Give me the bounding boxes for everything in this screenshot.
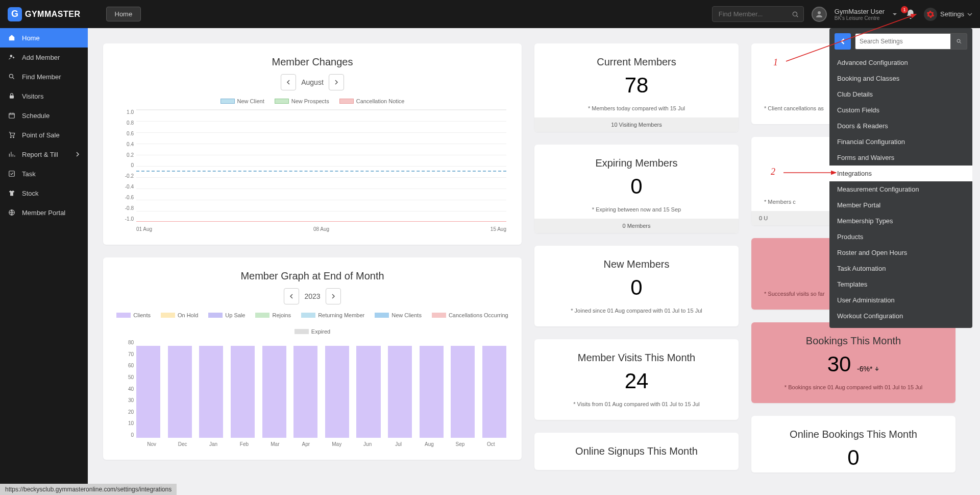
chevron-right-icon xyxy=(75,152,80,157)
current-members-card[interactable]: Current Members 78 * Members today compa… xyxy=(534,43,739,132)
sidebar-item-label: Add Member xyxy=(22,54,60,61)
dropdown-item-user-administration[interactable]: User Administration xyxy=(829,292,972,308)
sidebar-item-report-till[interactable]: Report & Till xyxy=(0,145,88,164)
avatar[interactable] xyxy=(812,7,827,22)
dropdown-item-club-details[interactable]: Club Details xyxy=(829,86,972,102)
find-member-search xyxy=(712,6,804,22)
svg-point-6 xyxy=(10,137,11,138)
sidebar: Home Add Member Find Member Visitors Sch… xyxy=(0,28,88,495)
logo[interactable]: G GYMMASTER xyxy=(8,7,81,21)
member-graph-card: Member Graph at End of Month 2023 Client… xyxy=(103,257,522,460)
sidebar-item-find-member[interactable]: Find Member xyxy=(0,67,88,86)
check-icon xyxy=(8,170,16,178)
sidebar-item-label: Find Member xyxy=(22,73,61,81)
home-button[interactable]: Home xyxy=(106,7,141,21)
stat-sub: * Joined since 01 Aug compared with 01 J… xyxy=(547,308,726,314)
svg-rect-5 xyxy=(9,113,15,118)
dropdown-item-integrations[interactable]: Integrations xyxy=(829,166,972,181)
sidebar-item-point-of-sale[interactable]: Point of Sale xyxy=(0,125,88,145)
next-month-button[interactable] xyxy=(329,74,344,90)
sidebar-item-label: Member Portal xyxy=(22,209,65,217)
dropdown-item-templates[interactable]: Templates xyxy=(829,276,972,292)
stat-value: 0 xyxy=(547,275,726,300)
card-title: Online Signups This Month xyxy=(547,445,726,457)
stat-value: 24 xyxy=(547,369,726,393)
stat-footer: 0 Members xyxy=(534,219,739,233)
sidebar-item-task[interactable]: Task xyxy=(0,164,88,183)
dropdown-item-doors-&-readers[interactable]: Doors & Readers xyxy=(829,118,972,134)
chart-legend: New Client New Prospects Cancellation No… xyxy=(116,98,509,104)
member-visits-card[interactable]: Member Visits This Month 24 * Visits fro… xyxy=(534,339,739,420)
online-bookings-card[interactable]: Online Bookings This Month 0 xyxy=(751,416,955,473)
notifications[interactable]: 1 xyxy=(905,9,916,20)
search-icon xyxy=(8,73,16,81)
dropdown-item-custom-fields[interactable]: Custom Fields xyxy=(829,102,972,118)
sidebar-item-stock[interactable]: Stock xyxy=(0,183,88,203)
dropdown-item-financial-configuration[interactable]: Financial Configuration xyxy=(829,134,972,150)
dropdown-item-roster-and-open-hours[interactable]: Roster and Open Hours xyxy=(829,245,972,261)
svg-point-10 xyxy=(957,39,960,42)
bookings-card[interactable]: Bookings This Month 30 -6%* * Bookings s… xyxy=(751,322,955,403)
card-title: Member Graph at End of Month xyxy=(116,270,509,282)
dropdown-item-workout-configuration[interactable]: Workout Configuration xyxy=(829,308,972,324)
settings-label: Settings xyxy=(940,10,964,18)
sidebar-item-schedule[interactable]: Schedule xyxy=(0,106,88,125)
settings-search-input[interactable] xyxy=(855,33,951,50)
next-year-button[interactable] xyxy=(326,288,341,304)
dropdown-item-products[interactable]: Products xyxy=(829,229,972,245)
svg-point-1 xyxy=(818,11,821,14)
sidebar-item-member-portal[interactable]: Member Portal xyxy=(0,203,88,222)
user-info[interactable]: GymMaster User BK's Leisure Centre xyxy=(835,8,885,21)
member-graph-chart: 80 70 60 50 40 30 20 10 0 Nov D xyxy=(116,340,509,447)
settings-dropdown: Advanced ConfigurationBooking and Classe… xyxy=(829,28,972,328)
stat-sub: * Members today compared with 15 Jul xyxy=(547,105,726,111)
prev-month-button[interactable] xyxy=(281,74,296,90)
find-member-input[interactable] xyxy=(712,6,804,22)
settings-search-button[interactable] xyxy=(951,33,967,50)
home-icon xyxy=(8,34,16,42)
member-changes-card: Member Changes August New Client New Pro… xyxy=(103,43,522,245)
year-label: 2023 xyxy=(304,292,320,300)
user-sub: BK's Leisure Centre xyxy=(835,15,885,21)
user-plus-icon xyxy=(8,53,16,61)
expiring-members-card[interactable]: Expiring Members 0 * Expiring between no… xyxy=(534,145,739,233)
stat-sub: * Expiring between now and 15 Sep xyxy=(547,206,726,213)
card-title: New Members xyxy=(547,258,726,270)
dropdown-item-task-automation[interactable]: Task Automation xyxy=(829,261,972,276)
sidebar-item-label: Point of Sale xyxy=(22,131,60,139)
prev-year-button[interactable] xyxy=(284,288,299,304)
sidebar-item-label: Schedule xyxy=(22,112,50,120)
logo-text: GYMMASTER xyxy=(25,10,81,19)
stat-sub: * Bookings since 01 Aug compared with 01… xyxy=(764,384,943,390)
online-signups-card[interactable]: Online Signups This Month xyxy=(534,433,739,470)
search-icon[interactable] xyxy=(792,11,799,18)
svg-point-0 xyxy=(793,12,797,16)
dropdown-item-booking-and-classes[interactable]: Booking and Classes xyxy=(829,70,972,86)
dropdown-item-forms-and-waivers[interactable]: Forms and Waivers xyxy=(829,150,972,166)
shirt-icon xyxy=(8,189,16,197)
member-changes-chart: 1.0 0.8 0.6 0.4 0.2 0 -0.2 -0.4 -0.6 -0.… xyxy=(116,109,509,232)
sidebar-item-visitors[interactable]: Visitors xyxy=(0,86,88,106)
new-members-card[interactable]: New Members 0 * Joined since 01 Aug comp… xyxy=(534,246,739,326)
stat-sub: * Successful visits so far xyxy=(764,291,825,297)
card-title: Member Visits This Month xyxy=(547,352,726,364)
gear-icon xyxy=(924,8,937,21)
settings-button[interactable]: Settings xyxy=(924,8,972,21)
arrow-down-icon xyxy=(874,366,879,371)
cart-icon xyxy=(8,131,16,139)
status-bar: https://beckysclub.gymmasteronline.com/s… xyxy=(0,484,177,495)
sidebar-item-label: Visitors xyxy=(22,92,43,100)
sidebar-item-label: Home xyxy=(22,34,40,42)
chevron-down-icon xyxy=(967,12,972,17)
back-button[interactable] xyxy=(835,33,851,50)
chart-icon xyxy=(8,150,16,158)
sidebar-item-add-member[interactable]: Add Member xyxy=(0,48,88,67)
chart-legend: Clients On Hold Up Sale Rejoins Returnin… xyxy=(116,312,509,335)
dropdown-item-membership-types[interactable]: Membership Types xyxy=(829,213,972,229)
dropdown-item-member-portal[interactable]: Member Portal xyxy=(829,197,972,213)
dropdown-item-measurement-configuration[interactable]: Measurement Configuration xyxy=(829,181,972,197)
calendar-icon xyxy=(8,111,16,120)
sidebar-item-home[interactable]: Home xyxy=(0,28,88,48)
card-title: Bookings This Month xyxy=(764,335,943,347)
dropdown-item-advanced-configuration[interactable]: Advanced Configuration xyxy=(829,55,972,70)
